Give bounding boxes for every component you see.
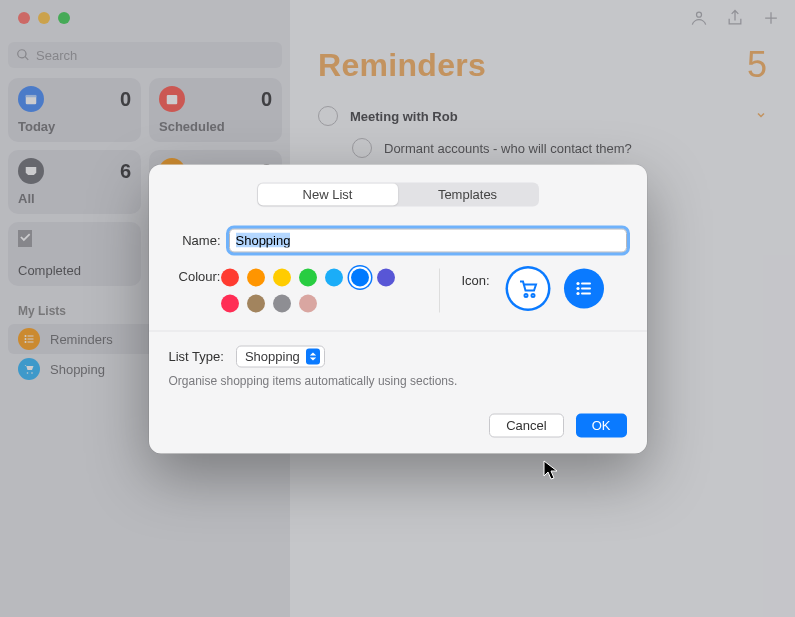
colour-swatch[interactable]	[247, 268, 265, 286]
colour-swatch[interactable]	[299, 294, 317, 312]
svg-point-16	[576, 286, 579, 289]
list-type-value: Shopping	[245, 349, 300, 364]
colour-swatch[interactable]	[299, 268, 317, 286]
svg-rect-17	[581, 287, 591, 289]
svg-point-12	[524, 294, 527, 297]
colour-swatches	[221, 268, 411, 312]
svg-point-14	[576, 281, 579, 284]
colour-swatch[interactable]	[325, 268, 343, 286]
colour-swatch[interactable]	[377, 268, 395, 286]
new-list-dialog: New List Templates Name: Colour: Icon:	[149, 164, 647, 453]
colour-swatch[interactable]	[221, 294, 239, 312]
list-type-select[interactable]: Shopping	[236, 345, 325, 367]
svg-rect-19	[581, 292, 591, 294]
colour-swatch[interactable]	[247, 294, 265, 312]
colour-swatch[interactable]	[221, 268, 239, 286]
dialog-tabs: New List Templates	[257, 182, 539, 206]
icon-label: Icon:	[462, 272, 490, 287]
icon-choice-cart[interactable]	[508, 268, 548, 308]
name-input[interactable]	[229, 228, 627, 252]
colour-label: Colour:	[169, 268, 221, 283]
icon-choice-list[interactable]	[564, 268, 604, 308]
list-type-label: List Type:	[169, 349, 224, 364]
colour-swatch[interactable]	[273, 268, 291, 286]
divider	[149, 330, 647, 331]
list-type-helper: Organise shopping items automatically us…	[169, 373, 627, 387]
svg-rect-15	[581, 282, 591, 284]
colour-swatch[interactable]	[351, 268, 369, 286]
svg-point-18	[576, 291, 579, 294]
cancel-button[interactable]: Cancel	[489, 413, 563, 437]
name-label: Name:	[169, 233, 221, 248]
svg-point-13	[531, 294, 534, 297]
tab-templates[interactable]: Templates	[398, 183, 538, 205]
ok-button[interactable]: OK	[576, 413, 627, 437]
colour-swatch[interactable]	[273, 294, 291, 312]
tab-new-list[interactable]: New List	[258, 183, 398, 205]
select-arrows-icon	[306, 348, 320, 364]
